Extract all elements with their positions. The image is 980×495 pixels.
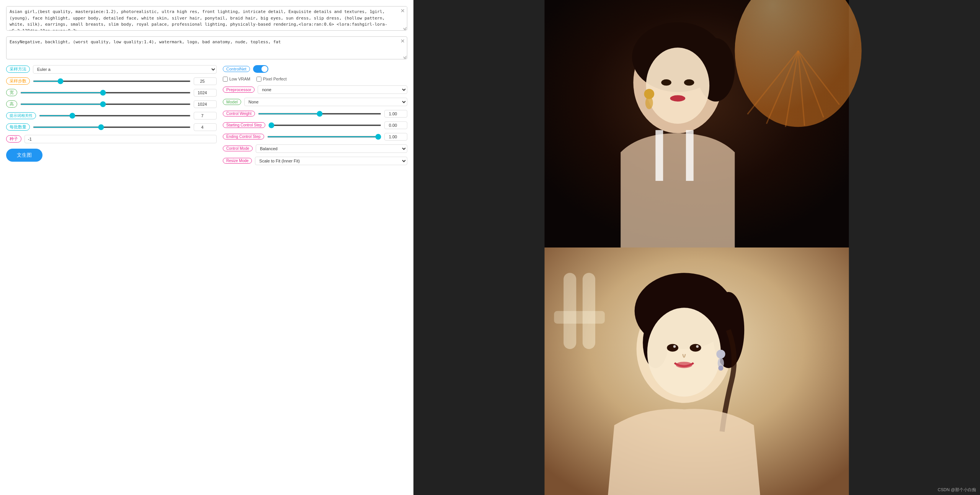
starting-step-row: Starting Control Step <box>223 121 407 129</box>
right-controls: ControlNet Low VRAM Pixel Perfect Prepro… <box>223 65 407 165</box>
controlnet-toggle-knob <box>261 66 268 72</box>
pixel-perfect-label: Pixel Perfect <box>263 77 287 81</box>
cfg-slider[interactable] <box>39 115 191 116</box>
preprocessor-label: Preprocessor <box>223 87 255 93</box>
width-slider-wrap <box>20 92 191 93</box>
ending-step-label: Ending Control Step <box>223 134 264 139</box>
negative-prompt-textarea[interactable] <box>6 36 407 59</box>
left-controls: 采样方法 Euler aEulerLMSHeunDPM2DPM2 aDPM++ … <box>6 65 217 165</box>
width-label: 宽 <box>6 89 17 96</box>
sampling-steps-input[interactable] <box>194 77 217 85</box>
svg-point-18 <box>645 97 653 109</box>
sampling-steps-label: 采样步数 <box>6 77 30 85</box>
batch-slider[interactable] <box>33 126 191 128</box>
resize-mode-row: Resize Mode Scale to Fit (Inner Fit)Enve… <box>223 157 407 165</box>
image-top-svg <box>413 0 980 248</box>
negative-prompt-wrap: ✕ ⤡ <box>6 36 407 61</box>
starting-step-label: Starting Control Step <box>223 122 265 128</box>
svg-point-32 <box>676 362 692 368</box>
controls-area: 采样方法 Euler aEulerLMSHeunDPM2DPM2 aDPM++ … <box>6 65 407 165</box>
ending-step-input[interactable] <box>384 133 407 141</box>
cfg-input[interactable] <box>194 112 217 120</box>
low-vram-label: Low VRAM <box>229 77 250 81</box>
model-label: Model <box>223 99 241 105</box>
control-weight-label: Control Weight <box>223 111 255 116</box>
control-mode-label: Control Mode <box>223 146 253 151</box>
height-input[interactable] <box>194 100 217 108</box>
width-row: 宽 <box>6 89 217 97</box>
sampling-steps-row: 采样步数 <box>6 77 217 85</box>
starting-step-slider-wrap <box>268 125 381 126</box>
starting-step-input[interactable] <box>384 121 407 129</box>
svg-rect-15 <box>655 130 663 181</box>
pixel-perfect-checkbox-item: Pixel Perfect <box>256 77 287 82</box>
negative-prompt-resize-handle[interactable]: ⤡ <box>403 56 406 60</box>
height-label: 高 <box>6 100 17 108</box>
preprocessor-select[interactable]: nonecannydepthhedmlsdopenpose <box>258 85 407 94</box>
width-slider[interactable] <box>20 92 191 93</box>
sampling-steps-slider[interactable] <box>33 80 191 82</box>
control-mode-row: Control Mode BalancedMy prompt is more i… <box>223 144 407 153</box>
svg-point-31 <box>696 345 699 348</box>
model-select[interactable]: None <box>244 98 407 106</box>
svg-point-27 <box>647 308 721 397</box>
svg-rect-21 <box>583 273 595 349</box>
control-mode-select[interactable]: BalancedMy prompt is more importantContr… <box>256 144 407 153</box>
positive-prompt-wrap: ✕ ⤡ <box>6 6 407 32</box>
preprocessor-row: Preprocessor nonecannydepthhedmlsdopenpo… <box>223 85 407 94</box>
control-weight-slider-wrap <box>258 113 381 115</box>
control-weight-row: Control Weight <box>223 110 407 118</box>
ending-step-slider[interactable] <box>267 136 381 138</box>
generated-image-top <box>413 0 980 248</box>
batch-slider-wrap <box>33 126 191 128</box>
svg-rect-16 <box>686 130 694 181</box>
positive-prompt-resize-handle[interactable]: ⤡ <box>403 27 406 31</box>
sampling-method-label: 采样方法 <box>6 66 30 73</box>
left-panel: ✕ ⤡ ✕ ⤡ 采样方法 Euler aEulerLMSHeunDPM2DPM2… <box>0 0 413 495</box>
svg-point-28 <box>667 344 678 352</box>
negative-prompt-clear-button[interactable]: ✕ <box>400 38 405 44</box>
batch-label: 每批数量 <box>6 123 30 131</box>
controlnet-toggle[interactable] <box>253 65 268 73</box>
svg-point-29 <box>690 344 701 352</box>
height-slider-wrap <box>20 103 191 105</box>
svg-point-33 <box>716 350 725 359</box>
control-weight-input[interactable] <box>384 110 407 118</box>
seed-label: 种子 <box>6 135 21 143</box>
svg-point-14 <box>670 95 685 102</box>
height-slider[interactable] <box>20 103 191 105</box>
svg-point-35 <box>718 366 723 370</box>
seed-row: 种子 <box>6 135 217 143</box>
svg-point-12 <box>661 79 671 86</box>
watermark-text: CSDN @那个小白痴 <box>938 487 976 493</box>
ending-step-row: Ending Control Step <box>223 133 407 141</box>
vram-options-row: Low VRAM Pixel Perfect <box>223 77 407 82</box>
positive-prompt-clear-button[interactable]: ✕ <box>400 8 405 14</box>
control-weight-slider[interactable] <box>258 113 381 115</box>
cfg-row: 提示词相关性 <box>6 112 217 120</box>
ending-step-slider-wrap <box>267 136 381 138</box>
height-row: 高 <box>6 100 217 108</box>
svg-rect-22 <box>554 311 605 324</box>
generate-button[interactable]: 文生图 <box>6 149 42 162</box>
generated-image-bottom: CSDN @那个小白痴 <box>413 248 980 495</box>
cfg-slider-wrap <box>39 115 191 116</box>
model-row: Model None <box>223 98 407 106</box>
controlnet-toggle-row: ControlNet <box>223 65 407 73</box>
svg-point-30 <box>673 345 676 348</box>
sampling-method-select[interactable]: Euler aEulerLMSHeunDPM2DPM2 aDPM++ 2S aD… <box>33 65 217 74</box>
right-panel: CSDN @那个小白痴 <box>413 0 980 495</box>
resize-mode-select[interactable]: Scale to Fit (Inner Fit)Envelope (Outer … <box>255 157 407 165</box>
starting-step-slider[interactable] <box>268 125 381 126</box>
pixel-perfect-checkbox[interactable] <box>256 77 261 82</box>
images-container: CSDN @那个小白痴 <box>413 0 980 495</box>
controlnet-label: ControlNet <box>223 66 250 72</box>
seed-input[interactable] <box>24 135 217 143</box>
positive-prompt-textarea[interactable] <box>6 6 407 31</box>
low-vram-checkbox[interactable] <box>223 77 228 82</box>
width-input[interactable] <box>194 89 217 97</box>
batch-input[interactable] <box>194 123 217 131</box>
batch-row: 每批数量 <box>6 123 217 131</box>
image-bottom-svg <box>413 248 980 495</box>
resize-mode-label: Resize Mode <box>223 158 252 164</box>
